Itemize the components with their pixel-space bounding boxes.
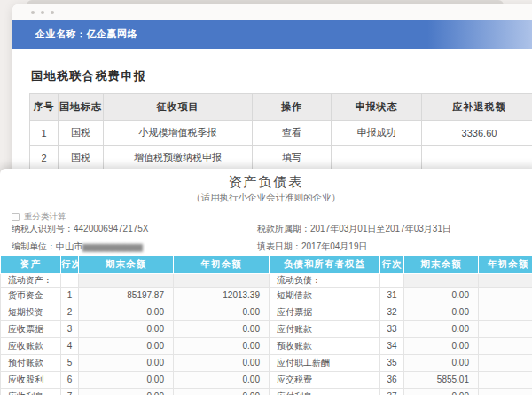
column-header: 国地标志	[59, 94, 104, 121]
tax-flag-cell: 国税	[59, 146, 104, 170]
table-row: 预付账款50.000.00应付职工薪酬350.00	[1, 354, 532, 371]
line-number-cell: 3	[61, 320, 79, 337]
tax-flag-cell: 国税	[59, 121, 104, 146]
column-header: 应补退税额	[422, 94, 532, 121]
window-titlebar[interactable]	[12, 4, 532, 20]
line-number-cell: 2	[61, 304, 79, 320]
fill-date-line: 填表日期：2017年04月19日	[257, 241, 368, 253]
beginning-balance-cell: 12013.39	[174, 287, 270, 304]
liability-name-cell: 流动负债：	[270, 273, 380, 287]
asset-name-cell: 应收利息	[1, 388, 61, 395]
status-cell	[332, 146, 422, 170]
beginning-balance-cell: 0.00	[174, 320, 270, 337]
line-number-cell: 34	[380, 337, 404, 354]
beginning-balance-cell	[479, 287, 532, 304]
beginning-balance-cell	[479, 304, 532, 320]
liability-name-cell: 应付职工薪酬	[270, 354, 380, 371]
serial-cell: 1	[30, 121, 59, 146]
table-row: 应收账款40.000.00预收账款340.00	[1, 337, 532, 354]
beginning-balance-cell	[479, 320, 532, 337]
beginning-balance-cell: 0.00	[174, 371, 270, 388]
beginning-balance-cell: 0.00	[174, 388, 270, 395]
prepared-by-line: 编制单位：中山市▆▆▆▆▆▆▆▆▆▆	[12, 241, 142, 253]
line-number-cell	[61, 273, 79, 287]
serial-cell: 2	[30, 146, 59, 170]
ending-balance-cell: 0.00	[79, 354, 174, 371]
ending-balance-cell: 0.00	[79, 320, 174, 337]
asset-name-cell: 货币资金	[1, 287, 61, 304]
beginning-balance-cell	[479, 354, 532, 371]
beginning-balance-cell	[479, 388, 532, 395]
tax-table-header-row: 序号国地标志征收项目操作申报状态应补退税额	[30, 94, 532, 121]
tax-period-value: 2017年03月01日至2017年03月31日	[310, 224, 451, 233]
balance-sheet-table: 资产行次期末余额年初余额负债和所有者权益行次期末余额年初余额 流动资产：流动负债…	[0, 256, 532, 395]
liability-name-cell: 应付票据	[270, 304, 380, 320]
action-link[interactable]: 查看	[253, 121, 332, 146]
tax-period-line: 税款所属期：2017年03月01日至2017年03月31日	[257, 223, 451, 235]
taxpayer-id-label: 纳税人识别号：	[12, 224, 74, 233]
fill-date-value: 2017年04月19日	[301, 241, 368, 251]
ending-balance-cell: 5855.01	[404, 371, 479, 388]
balance-sheet-panel: 资产负债表 （适用执行小企业会计准则的企业） 重分类计算 纳税人识别号：4420…	[0, 169, 532, 395]
line-number-cell: 32	[380, 304, 404, 320]
line-number-cell: 36	[380, 371, 404, 388]
asset-name-cell: 短期投资	[1, 304, 61, 320]
status-cell: 申报成功	[332, 121, 422, 146]
company-header-bar: 企业名称：亿企赢网络	[12, 20, 532, 49]
fill-date-label: 填表日期：	[257, 241, 301, 251]
column-header: 操作	[253, 94, 332, 121]
reclassify-checkbox-row[interactable]: 重分类计算	[12, 211, 66, 223]
section-row: 流动资产：流动负债：	[1, 273, 532, 287]
table-row: 应收利息70.000.00应付利息370.00	[1, 388, 532, 395]
column-header: 负债和所有者权益	[270, 256, 380, 273]
ending-balance-cell: 0.00	[79, 371, 174, 388]
ending-balance-cell: 0.00	[79, 388, 174, 395]
ending-balance-cell: 0.00	[404, 287, 479, 304]
beginning-balance-cell	[479, 371, 532, 388]
column-header: 期末余额	[404, 256, 479, 273]
asset-name-cell: 应收账款	[1, 337, 61, 354]
window-control-dot[interactable]	[31, 11, 35, 14]
line-number-cell: 4	[61, 337, 79, 354]
ending-balance-cell: 0.00	[404, 354, 479, 371]
beginning-balance-cell: 0.00	[174, 354, 270, 371]
asset-name-cell: 应收票据	[1, 320, 61, 337]
beginning-balance-cell	[479, 273, 532, 287]
prepared-by-masked-name: ▆▆▆▆▆▆▆▆▆▆	[82, 241, 142, 251]
column-header: 资产	[1, 256, 61, 273]
line-number-cell: 6	[61, 371, 79, 388]
line-number-cell: 5	[61, 354, 79, 371]
column-header: 年初余额	[174, 256, 270, 273]
taxpayer-id-line: 纳税人识别号：44200069472175X	[12, 223, 149, 235]
column-header: 行次	[380, 256, 404, 273]
reclassify-checkbox[interactable]	[12, 213, 20, 221]
ending-balance-cell: 0.00	[404, 320, 479, 337]
table-row: 1国税小规模增值税季报查看申报成功3336.60	[30, 121, 532, 146]
balance-sheet-body: 流动资产：流动负债：货币资金185197.8712013.39短期借款310.0…	[1, 273, 532, 395]
balance-sheet-subtitle: （适用执行小企业会计准则的企业）	[0, 192, 532, 204]
levy-item-cell: 增值税预缴纳税申报	[104, 146, 253, 170]
table-row: 应收票据30.000.00应付账款330.00	[1, 320, 532, 337]
line-number-cell: 37	[380, 388, 404, 395]
window-control-dot[interactable]	[41, 11, 44, 14]
prepared-by-label: 编制单位：	[12, 241, 56, 251]
liability-name-cell: 应付利息	[270, 388, 380, 395]
tax-table-body: 1国税小规模增值税季报查看申报成功3336.602国税增值税预缴纳税申报填写	[30, 121, 532, 170]
amount-cell: 3336.60	[422, 121, 532, 146]
liability-name-cell: 预收账款	[270, 337, 380, 354]
ending-balance-cell: 0.00	[404, 388, 479, 395]
liability-name-cell: 应付账款	[270, 320, 380, 337]
liability-name-cell: 应交税费	[270, 371, 380, 388]
tax-period-label: 税款所属期：	[257, 224, 310, 233]
action-link[interactable]: 填写	[253, 146, 332, 170]
asset-name-cell: 预付账款	[1, 354, 61, 371]
window-control-dot[interactable]	[51, 11, 54, 14]
line-number-cell: 7	[61, 388, 79, 395]
line-number-cell	[380, 273, 404, 287]
beginning-balance-cell	[174, 273, 270, 287]
ending-balance-cell: 0.00	[404, 304, 479, 320]
taxpayer-id-value: 44200069472175X	[74, 224, 149, 233]
beginning-balance-cell	[479, 337, 532, 354]
levy-item-cell: 小规模增值税季报	[104, 121, 253, 146]
reclassify-label: 重分类计算	[24, 211, 66, 223]
